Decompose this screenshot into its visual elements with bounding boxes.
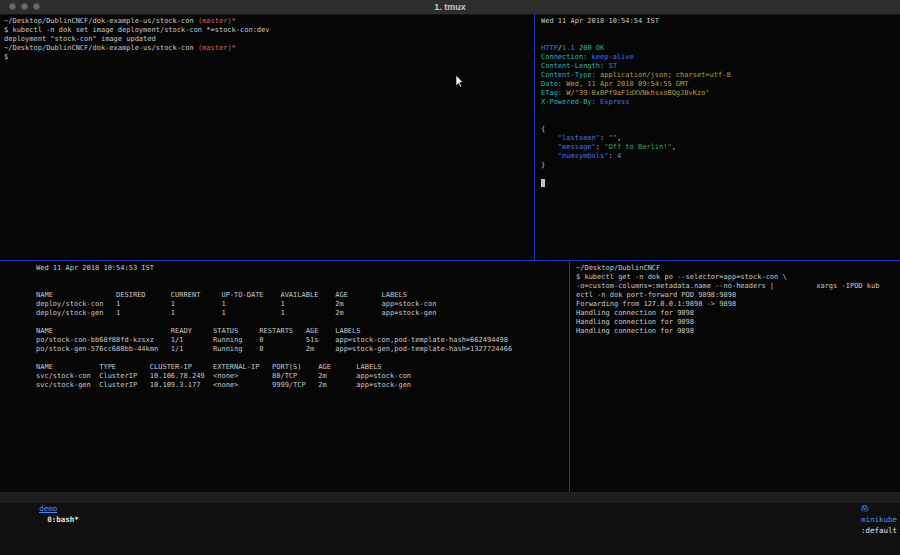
terminal-line: Date: Wed, 11 Apr 2018 09:54:55 GMT: [541, 80, 898, 89]
terminal-line: NAME DESIRED CURRENT UP-TO-DATE AVAILABL…: [36, 291, 566, 300]
terminal-line: svc/stock-gen ClusterIP 10.109.3.177 <no…: [36, 381, 566, 390]
terminal-line: HTTP/1.1 200 OK: [541, 44, 898, 53]
terminal-line: -o=custom-columns=:metadata.name --no-he…: [576, 282, 898, 291]
terminal-line: [541, 116, 898, 125]
terminal-line: [36, 273, 566, 282]
kube-context-label: minikube: [861, 515, 897, 524]
terminal-window: 1. tmux ~/Desktop/DublinCNCF/dok-example…: [0, 0, 900, 503]
terminal-line: $ kubectl -n dok set image deployment/st…: [4, 26, 529, 35]
terminal-line: ectl -n dok port-forward POD 9898:9898: [576, 291, 898, 300]
terminal-line: ~/Desktop/DublinCNCF/dok-example-us/stoc…: [4, 44, 529, 53]
pane-divider-vertical-top[interactable]: [534, 14, 535, 260]
terminal-pane-top-left[interactable]: ~/Desktop/DublinCNCF/dok-example-us/stoc…: [4, 17, 529, 259]
pane-divider-vertical-bottom[interactable]: [569, 261, 570, 492]
terminal-line: Handling connection for 9898: [576, 309, 898, 318]
tmux-window-tab[interactable]: 0:bash*: [47, 515, 79, 524]
terminal-line: Content-Length: 57: [541, 62, 898, 71]
terminal-line: Forwarding from 127.0.0.1:9898 -> 9898: [576, 300, 898, 309]
terminal-line: [36, 354, 566, 363]
kube-namespace-label: :default: [861, 526, 897, 535]
window-title: 1. tmux: [0, 2, 900, 12]
terminal-line: [36, 282, 566, 291]
terminal-line: "lastseen": "",: [541, 134, 898, 143]
terminal-line: deploy/stock-con 1 1 1 1 2m app=stock-co…: [36, 300, 566, 309]
terminal-line: {: [541, 125, 898, 134]
terminal-line: $ kubectl get -n dok po --selector=app=s…: [576, 273, 898, 282]
pane-divider-horizontal[interactable]: [0, 260, 900, 261]
terminal-line: po/stock-con-bb68f88fd-kzsxz 1/1 Running…: [36, 336, 566, 345]
terminal-line: [541, 107, 898, 116]
terminal-pane-top-right[interactable]: Wed 11 Apr 2018 10:54:54 ISTHTTP/1.1 200…: [541, 17, 898, 259]
terminal-line: deploy/stock-gen 1 1 1 1 2m app=stock-ge…: [36, 309, 566, 318]
tmux-session-name: demo: [39, 504, 57, 513]
terminal-line: Content-Type: application/json; charset=…: [541, 71, 898, 80]
terminal-pane-bottom-left[interactable]: Wed 11 Apr 2018 10:54:53 ISTNAME DESIRED…: [36, 264, 566, 492]
tmux-status-left: demo 0:bash*: [0, 492, 79, 503]
terminal-line: [541, 35, 898, 44]
terminal-line: X-Powered-By: Express: [541, 98, 898, 107]
terminal-line: Wed 11 Apr 2018 10:54:54 IST: [541, 17, 898, 26]
terminal-line: "message": "Off to Berlin!",: [541, 143, 898, 152]
terminal-line: Connection: keep-alive: [541, 53, 898, 62]
terminal-line: [541, 170, 898, 179]
terminal-line: [36, 318, 566, 327]
mouse-cursor: [455, 75, 464, 88]
terminal-line: po/stock-gen-576cc688bb-44kmn 1/1 Runnin…: [36, 345, 566, 354]
terminal-pane-bottom-right[interactable]: ~/Desktop/DublinCNCF$ kubectl get -n dok…: [576, 264, 898, 492]
terminal-line: ETag: W/"39-0xBPf9aF1dXVNkhsxoBQgJ8vKzo": [541, 89, 898, 98]
terminal-line: Wed 11 Apr 2018 10:54:53 IST: [36, 264, 566, 273]
terminal-line: ~/Desktop/DublinCNCF/dok-example-us/stoc…: [4, 17, 529, 26]
terminal-line: NAME TYPE CLUSTER-IP EXTERNAL-IP PORT(S)…: [36, 363, 566, 372]
terminal-line: }: [541, 161, 898, 170]
tmux-status-bar: demo 0:bash* Ⓜ minikube :default: [0, 492, 900, 503]
desktop: 1. tmux ~/Desktop/DublinCNCF/dok-example…: [0, 0, 900, 555]
terminal-line: ~/Desktop/DublinCNCF: [576, 264, 898, 273]
terminal-line: svc/stock-con ClusterIP 10.106.78.249 <n…: [36, 372, 566, 381]
terminal-line: [541, 179, 898, 188]
terminal-line: Handling connection for 9898: [576, 318, 898, 327]
terminal-line: $: [4, 53, 529, 62]
terminal-line: Handling connection for 9898: [576, 327, 898, 336]
terminal-line: [541, 26, 898, 35]
tmux-status-right: Ⓜ minikube :default: [825, 492, 900, 503]
minikube-icon: Ⓜ: [861, 504, 869, 513]
terminal-line: "numsymbols": 4: [541, 152, 898, 161]
window-titlebar[interactable]: 1. tmux: [0, 0, 900, 15]
terminal-line: deployment "stock-con" image updated: [4, 35, 529, 44]
terminal-line: NAME READY STATUS RESTARTS AGE LABELS: [36, 327, 566, 336]
